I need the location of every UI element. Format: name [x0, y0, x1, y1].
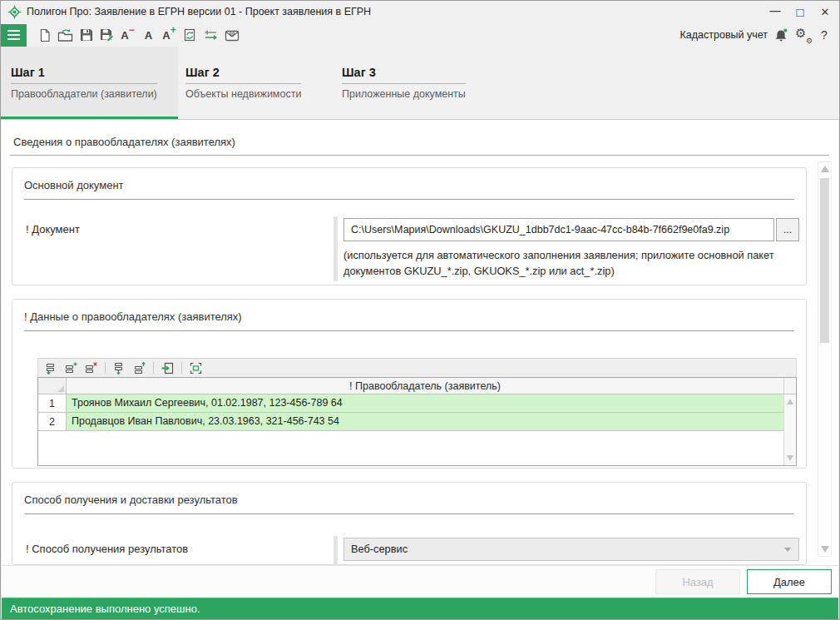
- delivery-method-label: ! Способ получения результатов: [26, 543, 188, 555]
- row-number-header[interactable]: [38, 378, 67, 394]
- maximize-button[interactable]: □: [788, 1, 813, 23]
- titlebar: Полигон Про: Заявление в ЕГРН версии 01 …: [1, 1, 839, 23]
- main-toolbar: A− A A+ Кадастровый учет: [1, 23, 839, 47]
- move-row-up-icon[interactable]: [131, 360, 147, 376]
- status-message: Автосохранение выполнено успешно.: [10, 603, 200, 615]
- minimize-button[interactable]: —: [763, 1, 788, 23]
- content-vertical-scrollbar[interactable]: [818, 161, 832, 557]
- app-logo-icon: [7, 5, 22, 19]
- toolbar-separator: [153, 362, 154, 374]
- font-increase-icon[interactable]: A+: [161, 27, 178, 44]
- scroll-up-icon[interactable]: [787, 399, 793, 404]
- holder-cell[interactable]: Продавцов Иван Павлович, 23.03.1963, 321…: [67, 413, 783, 431]
- scroll-down-icon[interactable]: [821, 546, 829, 553]
- holder-cell[interactable]: Троянов Михаил Сергеевич, 01.02.1987, 12…: [67, 394, 783, 413]
- scrollbar-thumb[interactable]: [820, 178, 829, 343]
- module-label: Кадастровый учет: [680, 29, 768, 41]
- window-title: Полигон Про: Заявление в ЕГРН версии 01 …: [27, 1, 371, 23]
- footer-bar: Назад Далее: [2, 565, 838, 598]
- table-row[interactable]: 1 Троянов Михаил Сергеевич, 01.02.1987, …: [38, 394, 783, 413]
- rights-holders-table: ! Правообладатель (заявитель) 1 Троянов …: [37, 377, 797, 466]
- table-scroll-corner: [783, 378, 796, 394]
- tab-step-1[interactable]: Шаг 1 Правообладатели (заявители): [1, 47, 178, 119]
- row-number-cell[interactable]: 2: [38, 413, 67, 431]
- card-delivery-title: Способ получения и доставки результатов: [24, 494, 794, 514]
- font-default-icon[interactable]: A: [140, 27, 157, 44]
- app-window: Полигон Про: Заявление в ЕГРН версии 01 …: [0, 0, 840, 620]
- delivery-method-select[interactable]: Веб-сервис: [343, 538, 799, 561]
- main-content: Сведения о правообладателях (заявителях)…: [2, 120, 838, 565]
- card-rights-holders-title: ! Данные о правообладателях (заявителях): [24, 310, 794, 331]
- save-as-icon[interactable]: [98, 27, 116, 44]
- tab-step-2-title: Шаг 2: [185, 66, 301, 84]
- changed-field-marker: [334, 216, 338, 281]
- table-row[interactable]: 2 Продавцов Иван Павлович, 23.03.1963, 3…: [38, 413, 783, 431]
- status-bar: Автосохранение выполнено успешно.: [2, 598, 838, 619]
- step-tabs: Шаг 1 Правообладатели (заявители) Шаг 2 …: [1, 47, 839, 120]
- open-record-icon[interactable]: [160, 360, 175, 376]
- tab-step-3-title: Шаг 3: [342, 66, 466, 84]
- card-main-document-title: Основной документ: [24, 179, 794, 200]
- tab-step-2-subtitle: Объекты недвижимости: [185, 88, 301, 100]
- next-button[interactable]: Далее: [747, 569, 832, 594]
- scroll-up-icon[interactable]: [821, 166, 829, 172]
- delete-row-icon[interactable]: [83, 360, 99, 376]
- font-decrease-icon[interactable]: A−: [119, 27, 136, 44]
- close-button[interactable]: ✕: [813, 1, 838, 23]
- holder-column-header[interactable]: ! Правообладатель (заявитель): [67, 378, 783, 394]
- document-path-input[interactable]: [343, 218, 774, 241]
- new-document-icon[interactable]: [36, 27, 53, 44]
- tab-step-1-title: Шаг 1: [11, 66, 157, 84]
- xml-export-icon[interactable]: [181, 27, 199, 44]
- page-title: Сведения о правообладателях (заявителях): [13, 136, 235, 148]
- page-title-divider: [10, 155, 829, 156]
- open-file-icon[interactable]: [57, 27, 74, 44]
- select-all-corner-icon[interactable]: [57, 385, 64, 392]
- move-row-down-icon[interactable]: [111, 360, 127, 376]
- back-button[interactable]: Назад: [655, 569, 740, 594]
- help-icon[interactable]: ?: [818, 28, 831, 42]
- toolbar-separator: [181, 362, 182, 374]
- document-hint-text: (используется для автоматического заполн…: [343, 247, 811, 279]
- toolbar-separator: [105, 362, 106, 374]
- tab-step-3[interactable]: Шаг 3 Приложенные документы: [332, 47, 483, 119]
- settings-gear-icon[interactable]: ⚙ ⚙: [795, 27, 812, 43]
- add-row-icon[interactable]: [43, 360, 59, 376]
- browse-file-button[interactable]: ...: [776, 218, 799, 241]
- chevron-down-icon: [784, 548, 791, 552]
- scroll-down-icon[interactable]: [787, 455, 793, 461]
- table-toolbar: [37, 358, 797, 377]
- card-delivery-method: Способ получения и доставки результатов …: [12, 482, 807, 565]
- exchange-arrows-icon[interactable]: [202, 27, 220, 44]
- tab-step-3-subtitle: Приложенные документы: [342, 88, 466, 100]
- active-tab-indicator: [1, 117, 178, 119]
- row-number-cell[interactable]: 1: [38, 394, 67, 413]
- card-rights-holders: ! Данные о правообладателях (заявителях): [12, 299, 807, 469]
- card-main-document: Основной документ ! Документ ... (исполь…: [12, 167, 807, 285]
- menu-hamburger-button[interactable]: [1, 24, 27, 47]
- notifications-bell-icon[interactable]: [773, 27, 789, 43]
- changed-field-marker: [334, 536, 338, 565]
- insert-row-icon[interactable]: [63, 360, 79, 376]
- table-header-row: ! Правообладатель (заявитель): [38, 378, 796, 394]
- delivery-method-value: Веб-сервис: [351, 543, 408, 555]
- expand-table-icon[interactable]: [188, 360, 204, 376]
- document-field-label: ! Документ: [26, 223, 80, 236]
- tab-step-2[interactable]: Шаг 2 Объекты недвижимости: [175, 47, 332, 119]
- save-icon[interactable]: [77, 27, 95, 44]
- tab-step-1-subtitle: Правообладатели (заявители): [11, 88, 157, 100]
- table-vertical-scrollbar[interactable]: [783, 394, 796, 465]
- send-email-icon[interactable]: [223, 27, 240, 44]
